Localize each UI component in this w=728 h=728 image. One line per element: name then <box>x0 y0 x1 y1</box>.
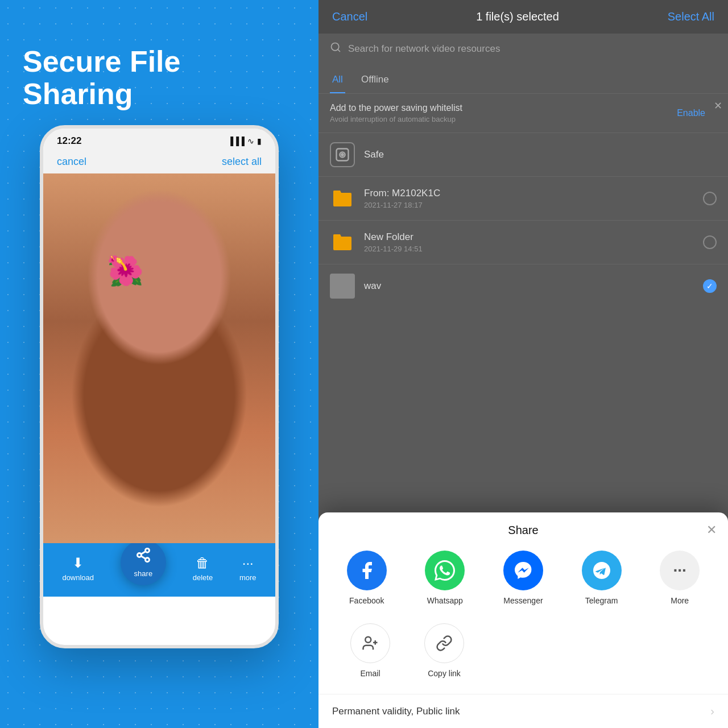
download-icon: ⬇ <box>72 555 84 571</box>
file-radio-new-folder[interactable] <box>703 235 717 249</box>
folder-icon-new <box>330 230 355 255</box>
whitelist-enable-button[interactable]: Enable <box>677 108 717 118</box>
share-apps-row: Facebook Whatsapp Mes <box>318 551 728 605</box>
folder-icon-m2102 <box>330 186 355 211</box>
share-messenger[interactable]: Messenger <box>503 551 543 605</box>
whatsapp-label: Whatsapp <box>427 596 463 605</box>
copy-link-icon <box>424 623 464 663</box>
file-name-new-folder: New Folder <box>364 231 694 243</box>
email-icon <box>350 623 390 663</box>
whitelist-title: Add to the power saving whitelist <box>330 103 677 113</box>
share-actions-row: Email Copy link <box>318 623 728 678</box>
svg-line-4 <box>141 552 146 555</box>
tabs-row: All Offline <box>318 64 728 94</box>
file-date-new-folder: 2021-11-29 14:51 <box>364 245 694 253</box>
share-icon <box>135 547 151 567</box>
left-panel: Secure File Sharing 12:22 ▐▐▐ ∿ ▮ cancel… <box>0 0 318 728</box>
file-item-new-folder[interactable]: New Folder 2021-11-29 14:51 <box>318 221 728 264</box>
phone-status-icons: ▐▐▐ ∿ ▮ <box>228 136 262 146</box>
share-more[interactable]: ··· More <box>660 551 700 605</box>
file-item-safe[interactable]: Safe <box>318 133 728 177</box>
safe-name: Safe <box>364 149 717 160</box>
facebook-label: Facebook <box>349 596 384 605</box>
app-title: Secure File Sharing <box>23 46 262 110</box>
whitelist-text: Add to the power saving whitelist Avoid … <box>330 103 677 123</box>
phone-mockup: 12:22 ▐▐▐ ∿ ▮ cancel select all 🌺 ⬇ down… <box>40 125 279 648</box>
svg-line-6 <box>338 49 340 52</box>
safe-icon <box>330 142 355 167</box>
delete-action[interactable]: 🗑 delete <box>193 555 213 582</box>
phone-time: 12:22 <box>57 135 81 147</box>
file-name-m2102: From: M2102K1C <box>364 188 694 199</box>
share-whatsapp[interactable]: Whatsapp <box>425 551 465 605</box>
download-action[interactable]: ⬇ download <box>62 555 94 582</box>
whitelist-subtitle: Avoid interruption of automatic backup <box>330 115 677 123</box>
email-label: Email <box>360 669 380 678</box>
facebook-icon <box>347 551 387 590</box>
share-action[interactable]: share <box>121 540 166 585</box>
whitelist-close-button[interactable]: ✕ <box>714 100 722 112</box>
more-icon: ··· <box>660 551 700 590</box>
phone-select-all-button[interactable]: select all <box>222 156 262 168</box>
share-facebook[interactable]: Facebook <box>347 551 387 605</box>
phone-bottom-bar: ⬇ download share 🗑 delete ··· <box>43 543 275 597</box>
more-action[interactable]: ··· more <box>239 555 257 582</box>
delete-label: delete <box>193 573 213 582</box>
copy-link-label: Copy link <box>428 669 461 678</box>
file-item-m2102k1c[interactable]: From: M2102K1C 2021-11-27 18:17 <box>318 177 728 221</box>
file-date-m2102: 2021-11-27 18:17 <box>364 201 694 209</box>
messenger-label: Messenger <box>503 596 543 605</box>
share-telegram[interactable]: Telegram <box>582 551 622 605</box>
wav-thumb <box>330 274 355 299</box>
permanent-link-text: Permanent validity, Public link <box>332 706 460 717</box>
more-label: More <box>671 596 689 605</box>
file-radio-m2102[interactable] <box>703 192 717 205</box>
file-info-new-folder: New Folder 2021-11-29 14:51 <box>364 231 694 253</box>
svg-point-10 <box>365 637 371 643</box>
signal-icon: ▐▐▐ <box>228 136 245 146</box>
safe-info: Safe <box>364 149 717 160</box>
top-bar: Cancel 1 file(s) selected Select All <box>318 0 728 34</box>
search-bar: Search for network video resources <box>318 34 728 64</box>
right-panel: Cancel 1 file(s) selected Select All Sea… <box>318 0 728 728</box>
battery-icon: ▮ <box>257 136 262 146</box>
share-email[interactable]: Email <box>350 623 390 678</box>
whitelist-banner: Add to the power saving whitelist Avoid … <box>318 94 728 133</box>
search-placeholder[interactable]: Search for network video resources <box>348 43 500 55</box>
cancel-button[interactable]: Cancel <box>332 10 367 23</box>
photo-flower: 🌺 <box>108 255 142 289</box>
delete-icon: 🗑 <box>196 555 209 571</box>
phone-nav-bar: cancel select all <box>43 150 275 173</box>
more-icon: ··· <box>242 555 254 571</box>
wifi-icon: ∿ <box>247 136 254 146</box>
search-icon <box>330 42 341 56</box>
file-info-m2102: From: M2102K1C 2021-11-27 18:17 <box>364 188 694 209</box>
share-modal-title: Share <box>318 524 728 537</box>
svg-line-3 <box>141 556 146 559</box>
download-label: download <box>62 573 94 582</box>
select-all-button[interactable]: Select All <box>668 10 714 23</box>
file-item-wav[interactable]: wav ✓ <box>318 264 728 308</box>
phone-photo: 🌺 <box>43 173 275 543</box>
messenger-icon <box>503 551 543 590</box>
wav-name: wav <box>364 280 381 292</box>
share-modal: Share ✕ Facebook <box>318 512 728 728</box>
wav-radio-checked[interactable]: ✓ <box>703 279 717 293</box>
selection-count: 1 file(s) selected <box>476 10 559 23</box>
svg-point-9 <box>341 154 344 156</box>
tab-all[interactable]: All <box>330 69 345 93</box>
photo-person <box>43 173 275 543</box>
more-label: more <box>239 573 257 582</box>
phone-status-bar: 12:22 ▐▐▐ ∿ ▮ <box>43 129 275 150</box>
share-label: share <box>134 569 153 578</box>
telegram-icon <box>582 551 622 590</box>
permanent-link-row[interactable]: Permanent validity, Public link › <box>318 694 728 728</box>
telegram-label: Telegram <box>585 596 618 605</box>
whatsapp-icon <box>425 551 465 590</box>
share-close-button[interactable]: ✕ <box>706 523 717 537</box>
tab-offline[interactable]: Offline <box>359 69 391 93</box>
file-list: Safe From: M2102K1C 2021-11-27 18:17 <box>318 133 728 308</box>
share-copy-link[interactable]: Copy link <box>424 623 464 678</box>
permanent-link-arrow: › <box>710 705 714 718</box>
phone-cancel-button[interactable]: cancel <box>57 156 86 168</box>
